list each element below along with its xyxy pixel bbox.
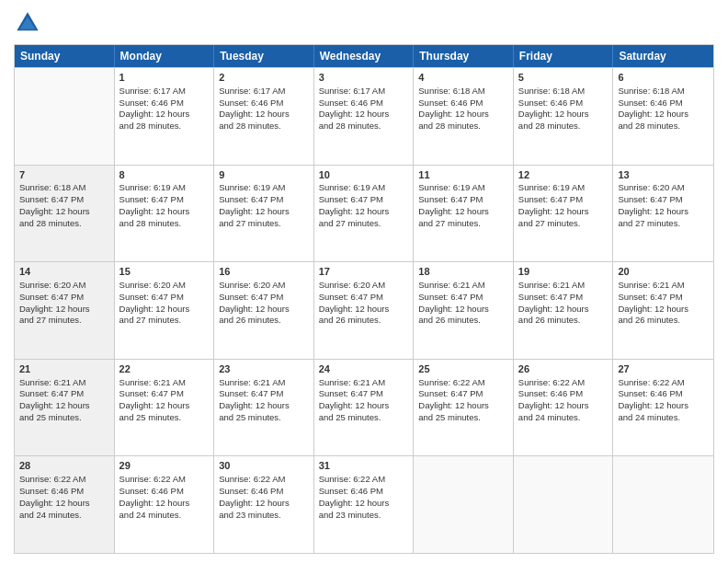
- day-number: 7: [19, 168, 109, 182]
- cell-text: Sunrise: 6:22 AM Sunset: 6:46 PM Dayligh…: [618, 377, 709, 424]
- day-number: 14: [19, 265, 109, 279]
- calendar-cell: 2Sunrise: 6:17 AM Sunset: 6:46 PM Daylig…: [214, 68, 314, 165]
- cell-text: Sunrise: 6:21 AM Sunset: 6:47 PM Dayligh…: [219, 377, 309, 424]
- calendar-cell: 30Sunrise: 6:22 AM Sunset: 6:46 PM Dayli…: [214, 456, 314, 553]
- header-day: Wednesday: [314, 45, 415, 67]
- header-day: Monday: [115, 45, 215, 67]
- calendar-cell: 25Sunrise: 6:22 AM Sunset: 6:47 PM Dayli…: [414, 360, 514, 456]
- cell-text: Sunrise: 6:17 AM Sunset: 6:46 PM Dayligh…: [219, 86, 309, 132]
- header-day: Tuesday: [214, 45, 314, 67]
- cell-text: Sunrise: 6:22 AM Sunset: 6:46 PM Dayligh…: [19, 474, 109, 521]
- day-number: 9: [219, 168, 309, 182]
- calendar-cell: 27Sunrise: 6:22 AM Sunset: 6:46 PM Dayli…: [613, 360, 713, 456]
- cell-text: Sunrise: 6:20 AM Sunset: 6:47 PM Dayligh…: [219, 280, 309, 327]
- logo-icon: [14, 9, 41, 37]
- calendar-cell: 24Sunrise: 6:21 AM Sunset: 6:47 PM Dayli…: [314, 360, 415, 456]
- cell-text: Sunrise: 6:17 AM Sunset: 6:46 PM Dayligh…: [119, 86, 210, 132]
- calendar-cell: 15Sunrise: 6:20 AM Sunset: 6:47 PM Dayli…: [115, 262, 215, 359]
- calendar-cell: 29Sunrise: 6:22 AM Sunset: 6:46 PM Dayli…: [115, 456, 215, 553]
- calendar: SundayMondayTuesdayWednesdayThursdayFrid…: [14, 44, 714, 554]
- day-number: 2: [219, 71, 309, 85]
- calendar-cell: 1Sunrise: 6:17 AM Sunset: 6:46 PM Daylig…: [115, 68, 215, 165]
- calendar-row: 21Sunrise: 6:21 AM Sunset: 6:47 PM Dayli…: [15, 359, 713, 456]
- day-number: 18: [418, 265, 508, 279]
- calendar-cell: 31Sunrise: 6:22 AM Sunset: 6:46 PM Dayli…: [314, 456, 415, 553]
- day-number: 31: [319, 459, 409, 473]
- cell-text: Sunrise: 6:19 AM Sunset: 6:47 PM Dayligh…: [319, 182, 409, 229]
- calendar-row: 1Sunrise: 6:17 AM Sunset: 6:46 PM Daylig…: [15, 67, 713, 165]
- day-number: 6: [618, 71, 709, 85]
- calendar-cell: 14Sunrise: 6:20 AM Sunset: 6:47 PM Dayli…: [15, 262, 115, 359]
- day-number: 27: [618, 362, 709, 376]
- day-number: 3: [319, 71, 409, 85]
- cell-text: Sunrise: 6:20 AM Sunset: 6:47 PM Dayligh…: [19, 280, 109, 327]
- cell-text: Sunrise: 6:22 AM Sunset: 6:47 PM Dayligh…: [418, 377, 508, 424]
- cell-text: Sunrise: 6:18 AM Sunset: 6:46 PM Dayligh…: [418, 86, 508, 132]
- calendar-cell: 19Sunrise: 6:21 AM Sunset: 6:47 PM Dayli…: [514, 262, 614, 359]
- cell-text: Sunrise: 6:18 AM Sunset: 6:46 PM Dayligh…: [518, 86, 609, 132]
- day-number: 1: [119, 71, 210, 85]
- day-number: 29: [119, 459, 210, 473]
- calendar-cell: 8Sunrise: 6:19 AM Sunset: 6:47 PM Daylig…: [115, 166, 215, 262]
- cell-text: Sunrise: 6:21 AM Sunset: 6:47 PM Dayligh…: [119, 377, 210, 424]
- cell-text: Sunrise: 6:21 AM Sunset: 6:47 PM Dayligh…: [418, 280, 508, 327]
- logo: [14, 9, 45, 37]
- calendar-cell: 28Sunrise: 6:22 AM Sunset: 6:46 PM Dayli…: [15, 456, 115, 553]
- calendar-body: 1Sunrise: 6:17 AM Sunset: 6:46 PM Daylig…: [15, 67, 713, 553]
- cell-text: Sunrise: 6:20 AM Sunset: 6:47 PM Dayligh…: [319, 280, 409, 327]
- header-day: Sunday: [15, 45, 115, 67]
- calendar-cell: 5Sunrise: 6:18 AM Sunset: 6:46 PM Daylig…: [514, 68, 614, 165]
- calendar-cell: 20Sunrise: 6:21 AM Sunset: 6:47 PM Dayli…: [613, 262, 713, 359]
- cell-text: Sunrise: 6:22 AM Sunset: 6:46 PM Dayligh…: [219, 474, 309, 521]
- cell-text: Sunrise: 6:19 AM Sunset: 6:47 PM Dayligh…: [119, 182, 210, 229]
- calendar-cell: 21Sunrise: 6:21 AM Sunset: 6:47 PM Dayli…: [15, 360, 115, 456]
- cell-text: Sunrise: 6:22 AM Sunset: 6:46 PM Dayligh…: [119, 474, 210, 521]
- calendar-cell: 12Sunrise: 6:19 AM Sunset: 6:47 PM Dayli…: [514, 166, 614, 262]
- cell-text: Sunrise: 6:21 AM Sunset: 6:47 PM Dayligh…: [319, 377, 409, 424]
- calendar-header: SundayMondayTuesdayWednesdayThursdayFrid…: [15, 45, 713, 67]
- calendar-cell: 22Sunrise: 6:21 AM Sunset: 6:47 PM Dayli…: [115, 360, 215, 456]
- day-number: 11: [418, 168, 508, 182]
- day-number: 17: [319, 265, 409, 279]
- header-day: Friday: [514, 45, 614, 67]
- day-number: 20: [618, 265, 709, 279]
- cell-text: Sunrise: 6:19 AM Sunset: 6:47 PM Dayligh…: [518, 182, 609, 229]
- cell-text: Sunrise: 6:21 AM Sunset: 6:47 PM Dayligh…: [518, 280, 609, 327]
- calendar-cell: 23Sunrise: 6:21 AM Sunset: 6:47 PM Dayli…: [214, 360, 314, 456]
- calendar-cell: [414, 456, 514, 553]
- cell-text: Sunrise: 6:22 AM Sunset: 6:46 PM Dayligh…: [319, 474, 409, 521]
- calendar-cell: [514, 456, 614, 553]
- day-number: 19: [518, 265, 609, 279]
- day-number: 24: [319, 362, 409, 376]
- calendar-cell: 13Sunrise: 6:20 AM Sunset: 6:47 PM Dayli…: [613, 166, 713, 262]
- day-number: 30: [219, 459, 309, 473]
- cell-text: Sunrise: 6:21 AM Sunset: 6:47 PM Dayligh…: [618, 280, 709, 327]
- day-number: 13: [618, 168, 709, 182]
- calendar-row: 28Sunrise: 6:22 AM Sunset: 6:46 PM Dayli…: [15, 455, 713, 553]
- calendar-cell: 10Sunrise: 6:19 AM Sunset: 6:47 PM Dayli…: [314, 166, 415, 262]
- day-number: 12: [518, 168, 609, 182]
- day-number: 16: [219, 265, 309, 279]
- cell-text: Sunrise: 6:19 AM Sunset: 6:47 PM Dayligh…: [418, 182, 508, 229]
- header-day: Saturday: [613, 45, 713, 67]
- day-number: 22: [119, 362, 210, 376]
- calendar-row: 14Sunrise: 6:20 AM Sunset: 6:47 PM Dayli…: [15, 261, 713, 359]
- calendar-cell: 26Sunrise: 6:22 AM Sunset: 6:46 PM Dayli…: [514, 360, 614, 456]
- day-number: 26: [518, 362, 609, 376]
- calendar-cell: 17Sunrise: 6:20 AM Sunset: 6:47 PM Dayli…: [314, 262, 415, 359]
- calendar-cell: 16Sunrise: 6:20 AM Sunset: 6:47 PM Dayli…: [214, 262, 314, 359]
- calendar-cell: [15, 68, 115, 165]
- day-number: 25: [418, 362, 508, 376]
- cell-text: Sunrise: 6:17 AM Sunset: 6:46 PM Dayligh…: [319, 86, 409, 132]
- cell-text: Sunrise: 6:18 AM Sunset: 6:46 PM Dayligh…: [618, 86, 709, 132]
- calendar-cell: 6Sunrise: 6:18 AM Sunset: 6:46 PM Daylig…: [613, 68, 713, 165]
- header: [14, 9, 714, 37]
- cell-text: Sunrise: 6:18 AM Sunset: 6:47 PM Dayligh…: [19, 182, 109, 229]
- calendar-cell: 11Sunrise: 6:19 AM Sunset: 6:47 PM Dayli…: [414, 166, 514, 262]
- page: SundayMondayTuesdayWednesdayThursdayFrid…: [0, 0, 728, 563]
- calendar-cell: [613, 456, 713, 553]
- header-day: Thursday: [414, 45, 514, 67]
- calendar-cell: 4Sunrise: 6:18 AM Sunset: 6:46 PM Daylig…: [414, 68, 514, 165]
- day-number: 28: [19, 459, 109, 473]
- calendar-cell: 3Sunrise: 6:17 AM Sunset: 6:46 PM Daylig…: [314, 68, 415, 165]
